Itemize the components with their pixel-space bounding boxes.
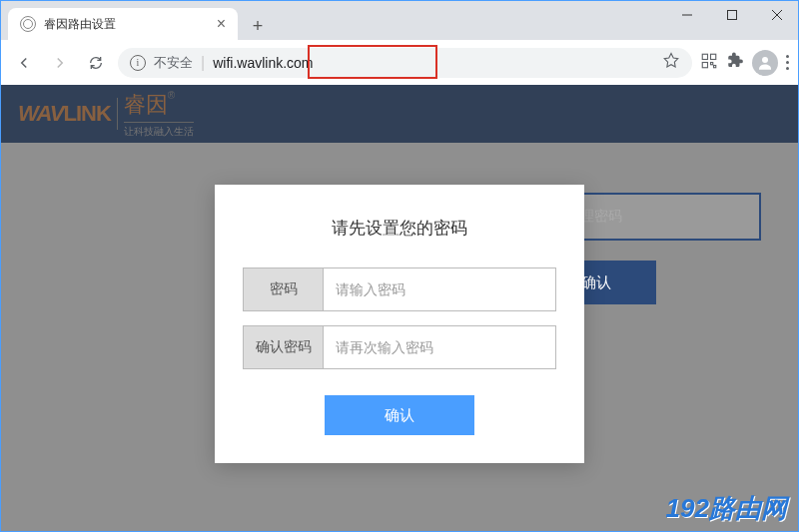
password-input[interactable]	[324, 268, 555, 310]
new-tab-button[interactable]: +	[244, 12, 272, 40]
svg-rect-8	[714, 65, 716, 67]
security-label: 不安全	[154, 54, 193, 72]
info-icon[interactable]: i	[130, 55, 146, 71]
close-tab-icon[interactable]: ×	[217, 15, 226, 33]
set-password-modal: 请先设置您的密码 密码 确认密码 确认	[215, 185, 584, 463]
url-field[interactable]: i 不安全 | wifi.wavlink.com	[118, 48, 692, 78]
globe-icon	[20, 16, 36, 32]
browser-chrome: 睿因路由设置 × + i 不安全 | wifi.wavlink.com	[0, 0, 799, 85]
watermark: 192路由网	[666, 491, 787, 526]
submit-button[interactable]: 确认	[325, 395, 474, 435]
menu-button[interactable]	[786, 55, 789, 70]
forward-button[interactable]	[46, 49, 74, 77]
svg-rect-1	[727, 11, 736, 20]
svg-point-9	[762, 57, 768, 63]
password-label: 密码	[244, 268, 324, 310]
svg-rect-7	[711, 62, 713, 64]
url-text: wifi.wavlink.com	[213, 55, 313, 71]
qr-icon[interactable]	[700, 52, 718, 74]
address-bar: i 不安全 | wifi.wavlink.com	[0, 40, 799, 85]
window-controls	[664, 0, 799, 30]
maximize-button[interactable]	[709, 0, 754, 30]
password-row: 密码	[243, 267, 556, 311]
extensions-icon[interactable]	[726, 52, 744, 74]
tab-title: 睿因路由设置	[44, 16, 209, 33]
svg-rect-5	[711, 54, 716, 59]
close-window-button[interactable]	[754, 0, 799, 30]
profile-icon[interactable]	[752, 50, 778, 76]
browser-tab[interactable]: 睿因路由设置 ×	[8, 8, 238, 40]
minimize-button[interactable]	[664, 0, 709, 30]
svg-rect-4	[702, 54, 707, 59]
back-button[interactable]	[10, 49, 38, 77]
reload-button[interactable]	[82, 49, 110, 77]
confirm-password-row: 确认密码	[243, 325, 556, 369]
bookmark-icon[interactable]	[662, 52, 680, 74]
confirm-password-input[interactable]	[324, 326, 555, 368]
modal-title: 请先设置您的密码	[243, 217, 556, 240]
url-highlight-annotation	[308, 45, 437, 79]
svg-rect-6	[702, 62, 707, 67]
confirm-password-label: 确认密码	[244, 326, 324, 368]
page-content: WAVLINK 睿因® 让科技融入生活 管理密码 请输入管理密码 确认 请先设置…	[0, 85, 799, 532]
